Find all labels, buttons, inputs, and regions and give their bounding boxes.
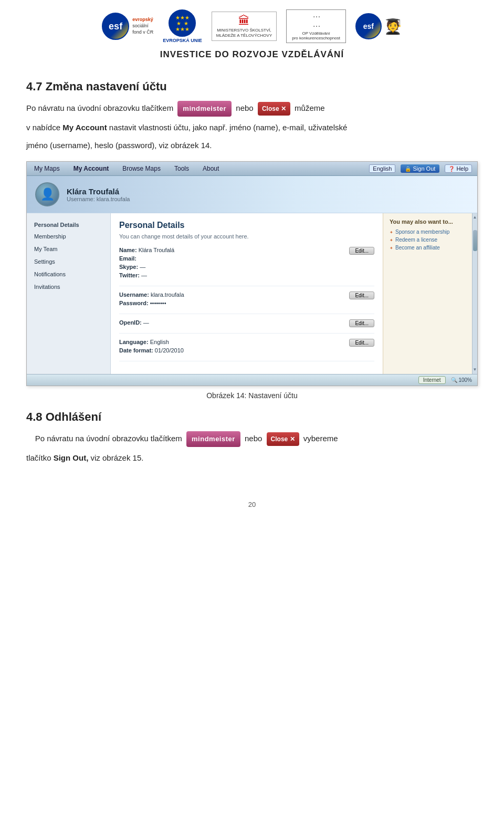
- section-48-para2: tlačítko Sign Out, viz obrázek 15.: [26, 451, 478, 465]
- eu-logo: ★★★★ ★★★★ EVROPSKÁ UNIE: [163, 9, 202, 43]
- sidebar-item-settings[interactable]: Settings: [27, 255, 110, 268]
- right-panel-title: You may also want to...: [390, 219, 466, 225]
- account-header: 👤 Klára Troufalá Username: klara.troufal…: [27, 176, 477, 213]
- msmt-icon: 🏛: [238, 14, 250, 28]
- detail-group-2: Edit... Username: klara.troufala Passwor…: [119, 292, 374, 314]
- section-48-title: 4.8 Odhlášení: [26, 410, 478, 424]
- btn-mindmeister-2[interactable]: mindmeister: [186, 431, 240, 447]
- section-47-para3: jméno (username), heslo (password), viz …: [26, 139, 478, 152]
- right-panel: You may also want to... Sponsor a member…: [383, 213, 472, 374]
- msmt-logo: 🏛 MINISTERSTVO ŠKOLSTVÍ,MLÁDEŽE A TĚLOVÝ…: [212, 12, 277, 40]
- detail-date-format: Date format: 01/20/2010: [119, 347, 374, 353]
- right-panel-redeem[interactable]: Redeem a license: [390, 237, 466, 243]
- section-48-para1: Po návratu na úvodní obrazovku tlačítkem…: [26, 431, 478, 447]
- account-body-wrapper: Personal Details Membership My Team Sett…: [27, 213, 477, 374]
- sidebar-section-title: Personal Details: [27, 217, 110, 230]
- main-content: 4.7 Změna nastavení účtu Po návratu na ú…: [0, 69, 504, 485]
- scrollbar[interactable]: ▲ ▼: [472, 213, 477, 374]
- zoom-badge: 🔍 100%: [451, 377, 472, 383]
- eu-circle: ★★★★ ★★★★: [169, 9, 196, 37]
- investice-title: INVESTICE DO ROZVOJE VZDĚLÁVÁNÍ: [0, 46, 504, 69]
- sign-out-btn[interactable]: 🔒 Sign Out: [401, 164, 439, 173]
- internet-badge: Internet: [418, 376, 446, 384]
- detail-username: Username: klara.troufala: [119, 292, 374, 298]
- figure-caption: Obrázek 14: Nastavení účtu: [26, 391, 478, 400]
- account-username: Username: klara.troufala: [67, 196, 130, 202]
- detail-skype: Skype: —: [119, 264, 374, 270]
- right-panel-sponsor[interactable]: Sponsor a membership: [390, 229, 466, 235]
- detail-name: Name: Klára Troufalá: [119, 247, 374, 253]
- nav-about[interactable]: About: [201, 164, 221, 173]
- edit-btn-2[interactable]: Edit...: [349, 292, 374, 299]
- op-logo: · · ·· · · OP Vzdělávánípro konkurencesc…: [286, 9, 346, 43]
- detail-twitter: Twitter: —: [119, 272, 374, 278]
- page-number: 20: [0, 485, 504, 514]
- esf-logo-left: esf evropskýsociálnífond v ČR: [102, 13, 153, 40]
- sidebar-item-membership[interactable]: Membership: [27, 230, 110, 243]
- msmt-text: MINISTERSTVO ŠKOLSTVÍ,MLÁDEŽE A TĚLOVÝCH…: [216, 28, 272, 38]
- nav-right: English 🔒 Sign Out ❓ Help: [369, 164, 472, 173]
- nav-tools[interactable]: Tools: [172, 164, 191, 173]
- btn-mindmeister-1[interactable]: mindmeister: [177, 101, 232, 117]
- edit-btn-1[interactable]: Edit...: [349, 247, 374, 255]
- account-page: 👤 Klára Troufalá Username: klara.troufal…: [27, 176, 477, 386]
- detail-group-1: Edit... Name: Klára Troufalá Email: Skyp…: [119, 247, 374, 286]
- edit-btn-3[interactable]: Edit...: [349, 319, 374, 327]
- right-panel-affiliate[interactable]: Become an affiliate: [390, 245, 466, 251]
- help-btn[interactable]: ❓ Help: [445, 164, 472, 173]
- sidebar-item-invitations[interactable]: Invitations: [27, 280, 110, 293]
- esf-right-circle: esf: [355, 13, 382, 39]
- nav-browse-maps[interactable]: Browse Maps: [120, 164, 163, 173]
- status-bar: Internet 🔍 100%: [27, 374, 477, 386]
- nav-my-account[interactable]: My Account: [71, 164, 111, 173]
- sidebar-item-notifications[interactable]: Notifications: [27, 268, 110, 280]
- edit-btn-4[interactable]: Edit...: [349, 339, 374, 347]
- header-logos: esf evropskýsociálnífond v ČR ★★★★ ★★★★ …: [0, 0, 504, 46]
- main-panel: Personal Details You can change most det…: [111, 213, 383, 374]
- detail-email: Email:: [119, 255, 374, 262]
- op-text: OP Vzdělávánípro konkurenceschopnost: [292, 31, 340, 40]
- btn-close-1[interactable]: Close ✕: [258, 102, 290, 116]
- avatar: 👤: [35, 182, 59, 206]
- section-47-para2: v nabídce My Account nastavit vlastnosti…: [26, 121, 478, 134]
- panel-subtitle: You can change most details of your acco…: [119, 233, 374, 240]
- browser-nav: My Maps My Account Browse Maps Tools Abo…: [27, 162, 477, 176]
- detail-group-3: Edit... OpenID: —: [119, 319, 374, 334]
- panel-title: Personal Details: [119, 221, 374, 230]
- esf-figure: 🧑‍🎓: [384, 18, 402, 35]
- detail-group-4: Edit... Language: English Date format: 0…: [119, 339, 374, 361]
- detail-openid: OpenID: —: [119, 319, 374, 326]
- section-47-para1: Po návratu na úvodní obrazovku tlačítkem…: [26, 101, 478, 117]
- sidebar: Personal Details Membership My Team Sett…: [27, 213, 111, 374]
- detail-language: Language: English: [119, 339, 374, 345]
- account-name: Klára Troufalá: [67, 187, 130, 196]
- sidebar-item-my-team[interactable]: My Team: [27, 243, 110, 255]
- nav-my-maps[interactable]: My Maps: [32, 164, 62, 173]
- lang-select[interactable]: English: [369, 164, 395, 173]
- detail-password: Password: ••••••••: [119, 300, 374, 306]
- esf-circle: esf: [102, 13, 129, 40]
- btn-close-2[interactable]: Close ✕: [267, 432, 299, 446]
- scroll-thumb[interactable]: [473, 230, 477, 251]
- screenshot-box: My Maps My Account Browse Maps Tools Abo…: [26, 161, 478, 386]
- esf-logo-right: esf 🧑‍🎓: [355, 13, 402, 39]
- esf-text: evropskýsociálnífond v ČR: [132, 17, 153, 35]
- section-47-title: 4.7 Změna nastavení účtu: [26, 80, 478, 93]
- eu-label: EVROPSKÁ UNIE: [163, 38, 202, 43]
- account-info: Klára Troufalá Username: klara.troufala: [67, 187, 130, 202]
